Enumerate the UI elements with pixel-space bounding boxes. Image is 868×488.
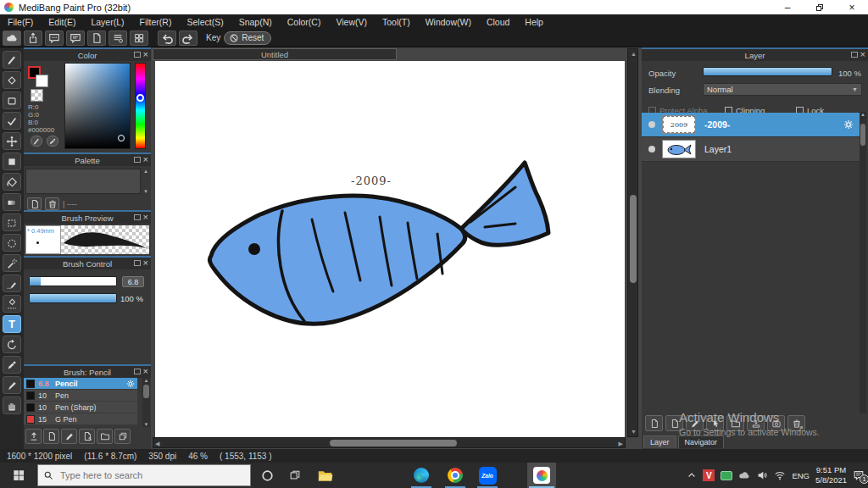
start-button[interactable] bbox=[0, 463, 37, 488]
menu-file[interactable]: File(F) bbox=[0, 17, 41, 27]
tray-chevron-icon[interactable] bbox=[687, 470, 697, 480]
add-8bit-layer-button[interactable]: a bbox=[665, 415, 683, 431]
bucket-tool[interactable] bbox=[3, 173, 21, 191]
cloud-button[interactable] bbox=[3, 30, 21, 46]
edge-button[interactable] bbox=[409, 463, 434, 488]
brush-item-gpen[interactable]: 15 G Pen bbox=[24, 413, 137, 425]
medibang-taskbar-button[interactable] bbox=[527, 463, 556, 488]
tab-navigator[interactable]: Navigator bbox=[678, 435, 725, 448]
list-settings-button[interactable] bbox=[108, 30, 127, 46]
menu-help[interactable]: Help bbox=[517, 17, 551, 27]
menu-view[interactable]: View(V) bbox=[328, 17, 375, 27]
gear-icon[interactable] bbox=[843, 119, 854, 130]
task-view-button[interactable] bbox=[282, 463, 308, 488]
edit-layer-button[interactable] bbox=[686, 415, 704, 431]
menu-edit[interactable]: Edit(E) bbox=[41, 17, 83, 27]
brush-folder-button[interactable] bbox=[97, 429, 113, 444]
menu-snap[interactable]: Snap(N) bbox=[231, 17, 280, 27]
restore-button[interactable] bbox=[804, 0, 836, 14]
menu-window[interactable]: Window(W) bbox=[418, 17, 479, 27]
file-explorer-button[interactable] bbox=[312, 463, 337, 488]
select-eraser-tool[interactable] bbox=[3, 295, 21, 313]
document-tab[interactable]: Untitled bbox=[153, 48, 397, 60]
grid-button[interactable] bbox=[130, 30, 148, 46]
horizontal-scroll-thumb[interactable] bbox=[330, 440, 457, 446]
palette-delete-button[interactable] bbox=[45, 197, 59, 210]
chrome-button[interactable] bbox=[442, 463, 468, 488]
close-icon[interactable]: × bbox=[143, 51, 148, 58]
undo-button[interactable] bbox=[158, 30, 176, 46]
snap-tool[interactable] bbox=[3, 112, 21, 130]
tray-green-icon[interactable] bbox=[721, 471, 732, 480]
vertical-scrollbar[interactable]: ▲ ▼ bbox=[627, 48, 638, 437]
minimize-button[interactable]: – bbox=[771, 0, 804, 14]
eyedropper-tool[interactable] bbox=[3, 356, 21, 374]
brush-size-slider[interactable] bbox=[29, 276, 117, 286]
color-mode-button-1[interactable] bbox=[31, 136, 42, 147]
magic-wand-tool[interactable] bbox=[3, 254, 21, 272]
visibility-icon[interactable] bbox=[648, 121, 655, 128]
fill-tool[interactable] bbox=[3, 152, 21, 170]
move-tool[interactable] bbox=[3, 132, 21, 150]
brush-upload-button[interactable] bbox=[25, 429, 42, 444]
close-icon[interactable]: × bbox=[143, 368, 148, 375]
close-icon[interactable]: × bbox=[860, 51, 865, 58]
popout-icon[interactable] bbox=[134, 214, 141, 220]
taskbar-search[interactable] bbox=[37, 464, 251, 486]
select-pen-tool[interactable] bbox=[3, 274, 21, 292]
clock[interactable]: 9:51 PM 5/8/2021 bbox=[815, 465, 847, 485]
search-input[interactable] bbox=[58, 469, 211, 481]
brush-item-pen-sharp[interactable]: 10 Pen (Sharp) bbox=[24, 402, 137, 413]
eraser-tool[interactable] bbox=[3, 71, 21, 89]
hand-tool[interactable] bbox=[3, 396, 21, 414]
palette-add-button[interactable] bbox=[27, 197, 42, 210]
horizontal-scrollbar[interactable]: ◀ ▶ bbox=[153, 437, 626, 448]
layer-row-layer1[interactable]: Layer1 bbox=[642, 137, 860, 162]
popout-icon[interactable] bbox=[134, 52, 141, 58]
saturation-value-picker[interactable] bbox=[64, 63, 131, 149]
shape-tool[interactable] bbox=[3, 92, 21, 109]
layer-row-2009[interactable]: 2009 -2009- bbox=[642, 113, 860, 137]
rotate-tool[interactable] bbox=[3, 336, 21, 353]
vertical-scroll-thumb[interactable] bbox=[630, 195, 637, 283]
menu-select[interactable]: Select(S) bbox=[179, 17, 231, 27]
palette-list[interactable] bbox=[25, 169, 141, 194]
select-layer-button[interactable] bbox=[706, 415, 724, 431]
popout-icon[interactable] bbox=[134, 157, 141, 163]
hue-slider[interactable] bbox=[135, 63, 146, 149]
annotation-button[interactable] bbox=[66, 30, 85, 46]
brush-size-value[interactable]: 6.8 bbox=[122, 276, 144, 287]
share-button[interactable] bbox=[24, 30, 42, 46]
brush-add-button[interactable] bbox=[43, 429, 59, 444]
gradient-tool[interactable] bbox=[3, 193, 21, 211]
visibility-icon[interactable] bbox=[648, 146, 655, 152]
color-mode-button-2[interactable] bbox=[47, 136, 58, 147]
close-icon[interactable]: × bbox=[143, 259, 148, 267]
popout-icon[interactable] bbox=[134, 369, 141, 374]
canvas[interactable]: -2009- bbox=[155, 61, 625, 437]
brush-item-pencil[interactable]: 6.8 Pencil bbox=[24, 378, 137, 390]
merge-layer-button[interactable] bbox=[747, 415, 765, 431]
wifi-icon[interactable] bbox=[774, 469, 786, 481]
tab-layer[interactable]: Layer bbox=[643, 435, 676, 448]
redo-button[interactable] bbox=[179, 30, 198, 46]
volume-icon[interactable] bbox=[756, 469, 768, 481]
menu-layer[interactable]: Layer(L) bbox=[83, 17, 131, 27]
palette-scroll[interactable]: ▲ ▼ bbox=[142, 169, 150, 194]
popout-icon[interactable] bbox=[134, 260, 141, 266]
menu-filter[interactable]: Filter(R) bbox=[132, 17, 180, 27]
close-icon[interactable]: × bbox=[143, 214, 148, 221]
brush-edit-button[interactable] bbox=[61, 429, 77, 444]
zalo-button[interactable]: Zalo bbox=[475, 463, 500, 488]
popout-icon[interactable] bbox=[851, 52, 858, 58]
document-button[interactable] bbox=[87, 30, 106, 46]
comment-button[interactable] bbox=[45, 30, 64, 46]
layer-scrollbar[interactable]: ▲ bbox=[860, 112, 866, 413]
menu-tool[interactable]: Tool(T) bbox=[375, 17, 418, 27]
onedrive-cloud-icon[interactable] bbox=[738, 469, 750, 481]
text-tool[interactable]: T bbox=[3, 315, 21, 333]
lasso-tool[interactable] bbox=[3, 234, 21, 252]
brush-tool[interactable] bbox=[3, 51, 21, 69]
brush-item-pen[interactable]: 10 Pen bbox=[24, 390, 137, 402]
brush-duplicate-button[interactable] bbox=[114, 429, 131, 444]
